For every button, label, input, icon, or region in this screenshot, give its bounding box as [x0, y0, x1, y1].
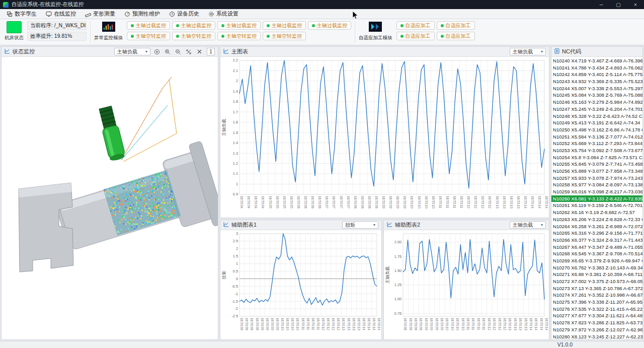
nc-line[interactable]: N10265 X6.316 Y-3.296 Z-9.156 A-71.771 — [551, 230, 642, 237]
nc-line[interactable]: N10245 X5.084 Y-3.308 Z-5.769 A-75.088 — [551, 92, 642, 99]
spindle-idle-monitor-button-1[interactable]: 主轴空转监控 — [127, 32, 170, 40]
spindle-idle-monitor-button-4[interactable]: 主轴空转监控 — [263, 32, 306, 40]
nc-line-current[interactable]: N10260 X6.081 Y-3.133 Z-8.422 A-72.835 — [551, 195, 642, 202]
maximize-button[interactable]: ▢ — [610, 0, 627, 9]
nc-line[interactable]: N10252 X5.669 Y-3.112 Z-7.293 A-73.844 — [551, 140, 642, 147]
menu-item-4[interactable]: 预测性维护 — [120, 9, 165, 19]
svg-text:16:50:14: 16:50:14 — [524, 196, 527, 208]
nc-line[interactable]: N10244 X5.007 Y-3.338 Z-5.553 A-75.297 — [551, 85, 642, 92]
main-chart-signal-select[interactable]: 主轴负载 — [510, 48, 546, 55]
nc-line[interactable]: N10272 X7.002 Y-3.375 Z-10.573 A-68.05 — [551, 278, 642, 285]
nc-line[interactable]: N10266 X6.377 Y-3.324 Z-9.317 A-71.443 — [551, 237, 642, 244]
fit-view-icon[interactable] — [185, 48, 193, 55]
main-chart-area[interactable]: 16:50:0416:50:0416:50:0416:50:0416:50:05… — [220, 57, 549, 218]
divider — [355, 21, 355, 42]
svg-text:16:50:07: 16:50:07 — [332, 196, 336, 208]
nc-line[interactable]: N10246 X5.163 Y-3.279 Z-5.984 A-74.892 — [551, 99, 642, 106]
aux-chart2-area[interactable]: 16:50:0816:50:0816:50:0816:50:0816:50:09… — [384, 230, 549, 339]
spindle-idle-monitor-button-2[interactable]: 主轴空转监控 — [172, 32, 215, 40]
abnormal-module-title: 异常监控模块 — [94, 35, 123, 41]
machine-part-3d-viewport[interactable] — [2, 57, 218, 339]
svg-text:16:50:11: 16:50:11 — [316, 318, 320, 330]
aux-chart2-title: 辅助图表2 — [395, 221, 420, 229]
digital-twin-icon — [7, 11, 13, 17]
menu-item-6[interactable]: 系统设置 — [204, 9, 243, 19]
status-dot-icon — [131, 35, 134, 38]
nc-line[interactable]: N10248 X5.328 Y-3.22 Z-6.423 A-74.52 C — [551, 113, 642, 120]
nc-line[interactable]: N10240 X4.719 Y-3.467 Z-4.669 A-76.396 — [551, 57, 642, 64]
nc-line[interactable]: N10247 X5.245 Y-3.249 Z-6.204 A-74.701 — [551, 106, 642, 113]
nc-line[interactable]: N10267 X6.447 Y-3.347 Z-9.489 A-71.055 — [551, 244, 642, 251]
nc-line[interactable]: N10250 X5.498 Y-3.162 Z-6.86 A-74.178 C — [551, 126, 642, 133]
spindle-overload-monitor-button-2[interactable]: 主轴过载监控 — [172, 21, 215, 30]
svg-text:1.8: 1.8 — [233, 99, 238, 104]
nc-line[interactable]: N10268 X6.545 Y-3.367 Z-9.708 A-70.514 — [551, 250, 642, 257]
nc-line[interactable]: N10263 X6.206 Y-3.224 Z-8.828 A-72.33 C — [551, 216, 642, 223]
nc-line[interactable]: N10257 X5.933 Y-3.078 Z-7.974 A-73.243 — [551, 175, 642, 182]
nc-line[interactable]: N10277 X7.677 Y-3.304 Z-11.621 A-64.48 — [551, 312, 642, 319]
nc-line[interactable]: N10251 X5.584 Y-3.136 Z-7.077 A-74.012 — [551, 133, 642, 141]
nc-line[interactable]: N10256 X5.889 Y-3.077 Z-7.858 A-73.348 — [551, 168, 642, 175]
nc-line[interactable]: N10269 X6.65 Y-3.379 Z-9.926 A-69.947 C — [551, 257, 642, 264]
zoom-in-icon[interactable] — [164, 48, 172, 55]
nc-line[interactable]: N10271 X6.88 Y-3.381 Z-10.359 A-68.711 — [551, 271, 642, 278]
svg-text:16:50:09: 16:50:09 — [403, 196, 407, 208]
svg-text:16:50:13: 16:50:13 — [496, 196, 499, 208]
nc-line[interactable]: N10275 X7.396 Y-3.338 Z-11.207 A-65.95 — [551, 299, 642, 306]
nc-line[interactable]: N10258 X5.977 Y-3.084 Z-8.097 A-73.138 — [551, 181, 642, 188]
menu-item-5[interactable]: 设备历史 — [165, 9, 204, 19]
spindle-overload-monitor-button-1[interactable]: 主轴过载监控 — [127, 21, 170, 30]
menu-item-3[interactable]: 变形测量 — [80, 9, 120, 19]
nc-line[interactable]: N10270 X6.762 Y-3.383 Z-10.143 A-69.34 — [551, 264, 642, 271]
nc-line[interactable]: N10276 X7.535 Y-3.322 Z-11.415 A-65.22 — [551, 306, 642, 313]
aux-chart1-signal-select[interactable]: 扭矩 — [342, 221, 378, 229]
nc-line[interactable]: N10249 X5.413 Y-3.191 Z-6.642 A-74.34 — [551, 119, 642, 126]
close-view-icon[interactable] — [195, 48, 203, 55]
svg-text:16:50:06: 16:50:06 — [297, 196, 300, 208]
spindle-overload-monitor-button-3[interactable]: 主轴过载监控 — [217, 21, 261, 30]
aux-chart1-area[interactable]: 16:50:0816:50:0816:50:0816:50:0816:50:09… — [220, 230, 381, 339]
nc-line[interactable]: N10279 X7.972 Y-3.266 Z-12.027 A-62.98 — [551, 326, 642, 333]
device-history-icon — [169, 11, 175, 17]
nc-line[interactable]: N10280 X8.123 Y-3.245 Z-12.227 A-62.23 — [551, 333, 642, 340]
nc-line[interactable]: N10253 X5.754 Y-3.092 Z-7.508 A-73.677 — [551, 147, 642, 154]
nc-line[interactable]: N10273 X7.13 Y-3.365 Z-10.786 A-67.372 — [551, 285, 642, 292]
menu-item-2[interactable]: 在线监控 — [41, 9, 80, 19]
status-dot-icon — [131, 24, 134, 27]
nc-line[interactable]: N10274 X7.261 Y-3.352 Z-10.998 A-66.67 — [551, 292, 642, 299]
nc-line[interactable]: N10254 X5.8 Y-3.084 Z-7.625 A-73.571 C — [551, 154, 642, 161]
adaptive-machining-button-2[interactable]: 自适应加工 — [437, 21, 475, 30]
adaptive-machining-button-b-1[interactable]: 自适应加工 — [396, 32, 435, 40]
nc-code-list[interactable]: N10240 X4.719 Y-3.467 Z-4.669 A-76.396N1… — [551, 57, 642, 339]
status-dot-icon — [221, 24, 224, 27]
nc-line[interactable]: N10241 X4.788 Y-3.434 Z-4.893 A-76.062 — [551, 64, 642, 72]
button-label: 主轴过载监控 — [226, 22, 257, 29]
status-signal-select[interactable]: 主轴负载 — [114, 48, 150, 55]
aux-chart1-panel: 辅助图表1 扭矩 16:50:0816:50:0816:50:0816:50:0… — [220, 220, 382, 340]
nc-line[interactable]: N10259 X6.016 Y-3.098 Z-8.217 A-73.036 — [551, 188, 642, 195]
svg-text:16:50:13: 16:50:13 — [524, 318, 528, 330]
spindle-overload-monitor-button-5[interactable]: 主轴过载监控 — [308, 21, 351, 30]
menu-item-1[interactable]: 数字孪生 — [2, 9, 41, 19]
nc-line[interactable]: N10278 X7.823 Y-3.286 Z-11.825 A-63.73 — [551, 319, 642, 326]
nc-line[interactable]: N10261 X6.119 Y-3.159 Z-8.546 A-72.701 — [551, 202, 642, 209]
adaptive-machining-button-1[interactable]: 自适应加工 — [396, 21, 435, 30]
spindle-idle-monitor-button-3[interactable]: 主轴空转监控 — [217, 32, 261, 40]
aux-load-chart: 16:50:0816:50:0816:50:0816:50:0816:50:09… — [384, 230, 549, 339]
svg-text:16:50:14: 16:50:14 — [545, 318, 548, 330]
nc-line[interactable]: N10242 X4.859 Y-3.401 Z-5.114 A-75.775 — [551, 71, 642, 78]
adaptive-machining-button-b-2[interactable]: 自适应加工 — [437, 32, 475, 40]
zoom-out-icon[interactable] — [174, 48, 182, 55]
nc-line[interactable]: N10243 X4.932 Y-3.369 Z-5.335 A-75.523 — [551, 78, 642, 85]
svg-text:0.9: 0.9 — [233, 192, 238, 196]
aux-chart2-signal-select[interactable]: 主轴负载 — [510, 221, 546, 229]
close-button[interactable]: × — [627, 0, 644, 9]
nc-line[interactable]: N10262 X6.16 Y-3.19 Z-8.682 A-72.57 — [551, 209, 642, 216]
view-page-number[interactable]: 1 — [207, 48, 215, 55]
nc-line[interactable]: N10264 X6.258 Y-3.261 Z-8.989 A-72.072 — [551, 223, 642, 230]
svg-text:16:50:12: 16:50:12 — [493, 318, 496, 330]
nc-line[interactable]: N10255 X5.845 Y-3.079 Z-7.741 A-73.458 — [551, 161, 642, 168]
spindle-overload-monitor-button-4[interactable]: 主轴过载监控 — [263, 21, 306, 30]
minimize-button[interactable]: ─ — [593, 0, 610, 9]
reset-view-icon[interactable] — [153, 48, 161, 55]
